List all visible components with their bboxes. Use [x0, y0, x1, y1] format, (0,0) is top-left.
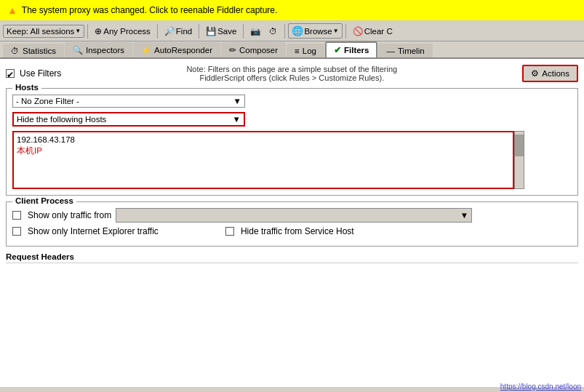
filters-check-icon: ✔	[334, 45, 341, 55]
client-process-group: Client Process Show only traffic from ▼ …	[6, 201, 578, 247]
tab-filters[interactable]: ✔ Filters	[325, 41, 378, 57]
find-icon: 🔎	[164, 26, 175, 36]
any-process-button[interactable]: ⊕ Any Process	[91, 24, 154, 39]
keep-sessions-label: Keep: All sessions	[7, 27, 74, 36]
autoresponder-icon: ⚡	[141, 45, 151, 55]
hide-hosts-label: Hide the following Hosts	[17, 115, 106, 124]
inspectors-icon: 🔍	[73, 45, 83, 55]
host-input-container: 192.168.43.178 本机IP	[12, 131, 572, 189]
ie-traffic-label: Show only Internet Explorer traffic	[28, 226, 159, 236]
sep1	[87, 24, 88, 39]
browse-arrow: ▼	[333, 28, 339, 34]
show-traffic-label: Show only traffic from	[28, 210, 111, 220]
keep-sessions-arrow: ▼	[75, 28, 81, 34]
use-filters-left: ✔ Use Filters	[6, 68, 61, 79]
tab-timeline[interactable]: — Timelin	[378, 44, 432, 57]
content-area: ✔ Use Filters Note: Filters on this page…	[0, 59, 584, 387]
log-icon: ≡	[295, 47, 300, 55]
browse-label: Browse	[304, 27, 332, 36]
timeline-icon: —	[386, 47, 395, 55]
ie-traffic-checkbox[interactable]	[12, 227, 21, 236]
tab-log[interactable]: ≡ Log	[287, 44, 324, 57]
timer-button[interactable]: ⏱	[265, 25, 281, 38]
host-entry-comment: 本机IP	[17, 145, 510, 156]
statistics-icon: ⏱	[11, 47, 20, 55]
zone-filter-dropdown[interactable]: - No Zone Filter - ▼	[12, 95, 245, 108]
use-filters-label: Use Filters	[20, 68, 61, 79]
clear-icon: 🚫	[353, 26, 363, 36]
hide-service-checkbox[interactable]	[225, 227, 234, 236]
toolbar: Keep: All sessions ▼ ⊕ Any Process 🔎 Fin…	[0, 21, 584, 41]
process-dropdown-arrow: ▼	[460, 211, 468, 220]
use-filters-row: ✔ Use Filters Note: Filters on this page…	[6, 65, 578, 82]
timeline-label: Timelin	[398, 47, 425, 55]
use-filters-checkbox[interactable]: ✔	[6, 69, 15, 78]
ie-traffic-row: Show only Internet Explorer traffic Hide…	[12, 226, 572, 236]
process-icon: ⊕	[95, 26, 102, 36]
clear-button[interactable]: 🚫 Clear C	[349, 24, 396, 39]
tab-statistics[interactable]: ⏱ Statistics	[3, 44, 64, 57]
filters-note: Note: Filters on this page are a simple …	[61, 65, 522, 82]
zone-filter-label: - No Zone Filter -	[16, 97, 79, 105]
proxy-warning-bar[interactable]: ▲ The system proxy was changed. Click to…	[0, 0, 584, 21]
composer-label: Composer	[239, 46, 278, 55]
watermark: https://blog.csdn.net/loon	[500, 383, 581, 391]
filters-note-line2: FiddlerScript offers (click Rules > Cust…	[61, 73, 522, 82]
host-entry-ip: 192.168.43.178	[17, 135, 510, 144]
snapshot-button[interactable]: 📷	[247, 24, 264, 39]
statistics-label: Statistics	[23, 47, 56, 55]
zone-filter-arrow: ▼	[233, 97, 241, 105]
actions-label: Actions	[542, 69, 569, 78]
snapshot-icon: 📷	[250, 26, 260, 36]
save-label: Save	[217, 27, 236, 36]
hide-hosts-dropdown[interactable]: Hide the following Hosts ▼	[12, 112, 245, 127]
client-process-label: Client Process	[12, 196, 76, 205]
tab-autoresponder[interactable]: ⚡ AutoResponder	[133, 42, 220, 57]
globe-icon: 🌐	[292, 25, 303, 36]
host-textarea[interactable]: 192.168.43.178 本机IP	[12, 131, 514, 189]
scrollbar-thumb	[515, 135, 524, 156]
warning-icon: ▲	[7, 4, 17, 16]
keep-sessions-dropdown[interactable]: Keep: All sessions ▼	[3, 25, 84, 38]
browse-button[interactable]: 🌐 Browse ▼	[288, 23, 342, 39]
inspectors-label: Inspectors	[86, 46, 124, 55]
proxy-warning-text: The system proxy was changed. Click to r…	[22, 5, 278, 15]
tab-composer[interactable]: ✏ Composer	[221, 42, 286, 57]
save-icon: 💾	[206, 26, 216, 36]
sep3	[199, 24, 199, 39]
sep6	[345, 24, 346, 39]
host-scrollbar[interactable]	[514, 131, 524, 189]
sep2	[157, 24, 158, 39]
save-button[interactable]: 💾 Save	[202, 24, 240, 39]
sep4	[243, 24, 244, 39]
composer-icon: ✏	[229, 45, 236, 55]
show-traffic-checkbox[interactable]	[12, 211, 21, 220]
autoresponder-label: AutoResponder	[154, 46, 212, 55]
filters-label: Filters	[344, 46, 369, 55]
log-label: Log	[303, 47, 316, 55]
hosts-group: Hosts - No Zone Filter - ▼ Hide the foll…	[6, 88, 578, 196]
actions-icon: ⚙	[531, 68, 539, 79]
timer-icon: ⏱	[269, 27, 278, 36]
tab-inspectors[interactable]: 🔍 Inspectors	[65, 42, 132, 57]
request-headers-title: Request Headers	[6, 252, 578, 263]
hosts-group-label: Hosts	[12, 83, 41, 92]
filters-note-line1: Note: Filters on this page are a simple …	[61, 65, 522, 73]
clear-label: Clear C	[364, 27, 393, 36]
any-process-label: Any Process	[103, 27, 151, 36]
tabs-row: ⏱ Statistics 🔍 Inspectors ⚡ AutoResponde…	[0, 41, 584, 59]
show-traffic-row: Show only traffic from ▼	[12, 208, 572, 223]
actions-button[interactable]: ⚙ Actions	[522, 65, 578, 82]
find-label: Find	[176, 27, 192, 36]
hide-hosts-arrow: ▼	[233, 115, 241, 124]
hide-service-label: Hide traffic from Service Host	[241, 226, 354, 236]
find-button[interactable]: 🔎 Find	[161, 24, 196, 39]
process-dropdown[interactable]: ▼	[116, 208, 472, 223]
sep5	[284, 24, 285, 39]
